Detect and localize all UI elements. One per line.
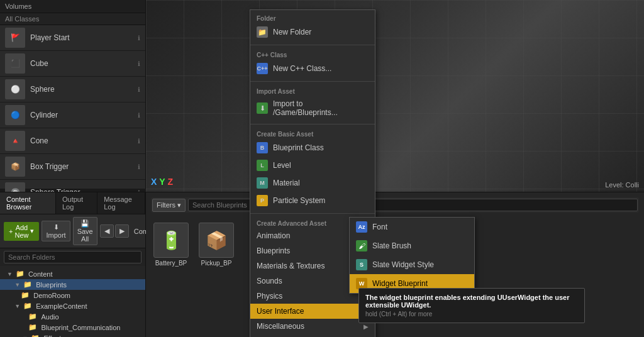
slate-widget-style-item[interactable]: S Slate Widget Style	[350, 255, 474, 274]
folder-icon: 📁	[23, 280, 32, 289]
actor-item[interactable]: 🔵 Cylinder ℹ	[0, 102, 145, 128]
asset-thumbnail: 📦	[199, 223, 234, 258]
actor-item[interactable]: ⚪ Sphere ℹ	[0, 77, 145, 102]
tree-item[interactable]: 📁Audio	[0, 311, 145, 322]
tree-item[interactable]: 📁DemoRoom	[0, 290, 145, 301]
asset-item[interactable]: 📦 Pickup_BP	[196, 223, 236, 267]
import-icon: ⬇	[257, 102, 268, 114]
tree-label: Blueprint_Communication	[41, 324, 120, 331]
level-item[interactable]: L Level	[250, 157, 375, 174]
slate-brush-item[interactable]: 🖌 Slate Brush	[350, 236, 474, 255]
save-icon: 💾	[80, 219, 89, 227]
actor-name: Player Start	[30, 33, 138, 42]
actor-icon: 🔵	[5, 105, 25, 125]
actor-name: Cone	[30, 136, 138, 145]
folder-icon: 📁	[23, 302, 32, 310]
slate-brush-icon: 🖌	[356, 240, 367, 251]
tree-label: Audio	[41, 313, 58, 321]
font-item[interactable]: Az Font	[350, 218, 474, 236]
tab-output-log[interactable]: Output Log	[56, 192, 97, 214]
tree-indent	[5, 292, 13, 299]
blendables-item[interactable]: Blendables ▶	[250, 334, 375, 337]
tree-arrow	[22, 324, 25, 331]
forward-button[interactable]: ▶	[115, 224, 129, 238]
asset-name: Pickup_BP	[201, 260, 232, 267]
user-interface-item[interactable]: User Interface ▶	[250, 304, 375, 319]
actor-icon: ⚪	[5, 79, 25, 99]
cpp-section: C++ Class C++ New C++ Class...	[250, 47, 375, 80]
font-icon: Az	[356, 221, 367, 233]
material-icon: M	[257, 177, 268, 189]
tree-arrow: ▼	[14, 282, 20, 288]
tree-item[interactable]: ▼ 📁ExampleContent	[0, 301, 145, 311]
miscellaneous-item[interactable]: Miscellaneous ▶	[250, 319, 375, 334]
search-folders-input[interactable]	[4, 251, 142, 263]
viewport: Level: Colli X Y Z 🎮 🚩	[146, 0, 644, 192]
actor-list: 🚩 Player Start ℹ ⬛ Cube ℹ ⚪ Sphere ℹ 🔵 C…	[0, 25, 145, 206]
folder-icon: 📁	[28, 312, 37, 321]
particle-system-item[interactable]: P Particle System	[250, 192, 375, 209]
import-item[interactable]: ⬇ Import to /Game/Blueprints...	[250, 96, 375, 120]
import-button[interactable]: ⬇ Import	[42, 221, 70, 241]
tree-arrow	[22, 314, 25, 320]
sounds-label: Sounds	[257, 277, 282, 285]
slate-widget-style-label: Slate Widget Style	[372, 260, 434, 269]
viewport-grid	[146, 0, 644, 192]
level-label: Level	[273, 161, 291, 170]
blueprint-class-item[interactable]: B Blueprint Class	[250, 139, 375, 157]
tab-message-log[interactable]: Message Log	[97, 192, 145, 214]
miscellaneous-label: Miscellaneous	[257, 322, 304, 331]
tree-arrow	[14, 292, 18, 299]
level-icon: L	[257, 160, 268, 171]
volumes-header: Volumes	[0, 0, 145, 13]
actor-item[interactable]: 🚩 Player Start ℹ	[0, 25, 145, 51]
tab-content-browser[interactable]: Content Browser	[0, 192, 56, 214]
actor-icon: 🔺	[5, 131, 25, 151]
animation-label: Animation	[257, 231, 290, 240]
tree-item[interactable]: ▼ 📁Content	[0, 268, 145, 279]
actor-item[interactable]: ⬛ Cube ℹ	[0, 51, 145, 77]
tree-indent	[5, 281, 13, 289]
tree-item[interactable]: ▼ 📁Effects	[0, 333, 145, 337]
material-item[interactable]: M Material	[250, 174, 375, 192]
user-interface-label: User Interface	[257, 307, 304, 316]
new-cpp-icon: C++	[257, 63, 268, 74]
physics-label: Physics	[257, 292, 282, 301]
import-section-label: Import Asset	[250, 86, 375, 96]
new-folder-label: New Folder	[273, 28, 311, 36]
asset-thumbnail: 🔋	[153, 223, 189, 258]
filters-button[interactable]: Filters ▾	[152, 199, 186, 212]
back-button[interactable]: ◀	[100, 224, 114, 238]
new-cpp-class-item[interactable]: C++ New C++ Class...	[250, 60, 375, 77]
asset-item[interactable]: 🔋 Battery_BP	[151, 223, 191, 267]
cpp-section-label: C++ Class	[250, 49, 375, 60]
bottom-panel: Content BrowserOutput LogMessage Log + A…	[0, 192, 146, 337]
divider-1	[250, 45, 375, 45]
actor-item[interactable]: 📦 Box Trigger ℹ	[0, 154, 145, 180]
actor-info: ℹ	[138, 35, 140, 41]
add-new-button[interactable]: + Add New ▾	[4, 222, 39, 241]
actor-item[interactable]: 🔺 Cone ℹ	[0, 128, 145, 154]
actor-icon: ⬛	[5, 53, 25, 74]
actor-name: Sphere	[30, 85, 138, 94]
actor-icon: 🚩	[5, 28, 25, 48]
save-all-button[interactable]: 💾 Save All	[73, 217, 97, 245]
viewport-label: Level: Colli	[605, 181, 639, 189]
actor-name: Box Trigger	[30, 162, 138, 171]
divider-2	[250, 81, 375, 82]
folder-icon: 📁	[31, 334, 40, 337]
actor-icon: 📦	[5, 157, 25, 177]
blueprint-class-label: Blueprint Class	[273, 143, 324, 152]
new-folder-item[interactable]: 📁 New Folder	[250, 23, 375, 41]
import-icon: ⬇	[53, 223, 59, 231]
tree-indent	[5, 313, 20, 321]
tree-item[interactable]: ▼ 📁Blueprints	[0, 279, 145, 290]
all-classes-label: All Classes	[0, 13, 145, 25]
font-label: Font	[372, 223, 387, 231]
import-section: Import Asset ⬇ Import to /Game/Blueprint…	[250, 83, 375, 123]
tree-label: ExampleContent	[36, 302, 87, 310]
bottom-tabs: Content BrowserOutput LogMessage Log	[0, 192, 145, 214]
particle-label: Particle System	[273, 196, 325, 205]
tree-item[interactable]: 📁Blueprint_Communication	[0, 322, 145, 333]
divider-3	[250, 124, 375, 124]
